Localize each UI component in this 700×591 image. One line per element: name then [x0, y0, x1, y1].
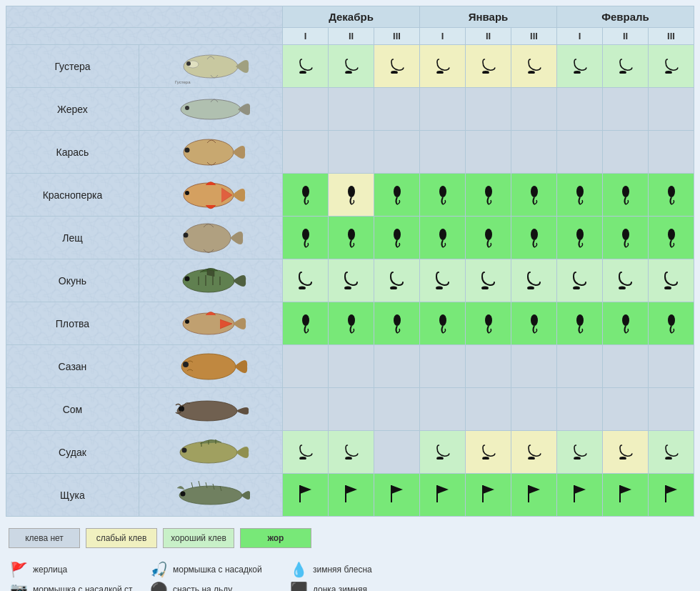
cam-icon: 📷: [9, 581, 29, 591]
activity-cell: [603, 259, 649, 302]
activity-cell: [557, 45, 603, 88]
activity-cell: [329, 302, 374, 345]
activity-cell: [374, 259, 420, 302]
month-january: Январь: [420, 6, 557, 28]
fish-name-cell: Плотва: [6, 302, 139, 345]
activity-cell: [557, 217, 603, 259]
legend-box-none: клева нет: [9, 528, 80, 548]
activity-cell: [466, 174, 511, 217]
svg-point-82: [179, 486, 242, 505]
svg-point-12: [665, 71, 672, 74]
activity-cell: [649, 302, 694, 345]
fish-image-cell: [139, 259, 282, 302]
svg-point-23: [485, 186, 492, 197]
activity-cell: [511, 259, 557, 302]
svg-point-26: [622, 186, 629, 197]
activity-cell: [557, 131, 603, 174]
legend-section: клева нет слабый клев хороший клев жор: [6, 524, 694, 552]
square-icon: ⬛: [289, 581, 309, 591]
fish-image-cell: [139, 474, 282, 517]
fish-image-cell: [139, 345, 282, 388]
main-container: Декабрь Январь Февраль I II III I II III…: [0, 0, 700, 591]
fish-row: Сазан: [6, 345, 694, 388]
svg-point-51: [573, 286, 580, 289]
activity-cell: [649, 259, 694, 302]
activity-cell: [649, 88, 694, 131]
svg-point-2: [186, 61, 191, 66]
fish-row: Густера Густера: [6, 45, 694, 88]
legend-box-good: хороший клев: [163, 528, 234, 548]
svg-point-8: [482, 71, 489, 74]
svg-point-4: [299, 71, 306, 74]
fish-row: Карась: [6, 131, 694, 174]
fish-image-cell: [139, 131, 282, 174]
activity-cell: [283, 388, 329, 431]
period-jan-1: I: [420, 28, 466, 45]
fish-image-cell: Густера: [139, 45, 282, 88]
svg-point-37: [622, 229, 629, 240]
svg-point-40: [184, 277, 189, 282]
svg-point-11: [619, 71, 626, 74]
activity-cell: [329, 88, 374, 131]
period-feb-1: I: [557, 28, 603, 45]
svg-point-31: [348, 229, 355, 240]
activity-cell: [329, 131, 374, 174]
icon-legend-row-2: 📷 мормышка с насадкой ст. ⚫ снасть на ль…: [9, 581, 691, 591]
circle-icon: ⚫: [149, 581, 169, 591]
svg-point-58: [394, 314, 401, 326]
svg-point-35: [531, 229, 538, 240]
activity-cell: [420, 174, 466, 217]
svg-point-56: [302, 314, 309, 326]
icon-legend-row-1: 🚩 жерлица 🎣 мормышка с насадкой 💧 зимняя…: [9, 561, 691, 578]
legend-box-active: жор: [240, 528, 311, 548]
svg-point-50: [527, 286, 534, 289]
svg-marker-104: [620, 485, 631, 494]
legend-good: хороший клев: [163, 528, 234, 548]
activity-cell: [420, 131, 466, 174]
activity-cell: [283, 88, 329, 131]
svg-point-57: [348, 314, 355, 326]
fish-name-cell: Густера: [6, 45, 139, 88]
activity-cell: [374, 474, 420, 517]
activity-cell: [329, 259, 374, 302]
activity-cell: [557, 259, 603, 302]
activity-cell: [283, 174, 329, 217]
legend-active: жор: [240, 528, 311, 548]
activity-cell: [511, 45, 557, 88]
activity-cell: [511, 474, 557, 517]
icon-legend-cam-text: мормышка с насадкой ст.: [33, 585, 134, 591]
fish-name-cell: Сом: [6, 388, 139, 431]
activity-cell: [374, 431, 420, 474]
svg-point-10: [574, 71, 581, 74]
svg-point-19: [302, 186, 309, 197]
activity-cell: [420, 302, 466, 345]
svg-point-28: [184, 224, 231, 252]
fish-row: Сом: [6, 388, 694, 431]
activity-cell: [374, 345, 420, 388]
activity-cell: [511, 88, 557, 131]
activity-cell: [466, 302, 511, 345]
activity-cell: [283, 345, 329, 388]
period-feb-2: II: [603, 28, 649, 45]
activity-cell: [374, 388, 420, 431]
activity-cell: [283, 45, 329, 88]
period-feb-3: III: [649, 28, 694, 45]
activity-cell: [603, 131, 649, 174]
fish-name-cell: Сазан: [6, 345, 139, 388]
activity-cell: [649, 131, 694, 174]
month-february: Февраль: [557, 6, 694, 28]
svg-point-79: [574, 457, 581, 460]
icon-legend-flag-text: жерлица: [33, 565, 67, 575]
icon-legend-square-text: донка зимняя: [313, 585, 367, 591]
fish-row: Красноперка: [6, 174, 694, 217]
svg-marker-90: [300, 485, 311, 494]
activity-cell: [466, 88, 511, 131]
svg-point-77: [482, 457, 489, 460]
svg-point-29: [183, 233, 188, 238]
activity-cell: [557, 345, 603, 388]
fish-image-cell: [139, 217, 282, 259]
svg-line-84: [191, 482, 193, 488]
svg-point-53: [664, 286, 671, 289]
activity-cell: [649, 45, 694, 88]
svg-point-18: [185, 191, 189, 195]
